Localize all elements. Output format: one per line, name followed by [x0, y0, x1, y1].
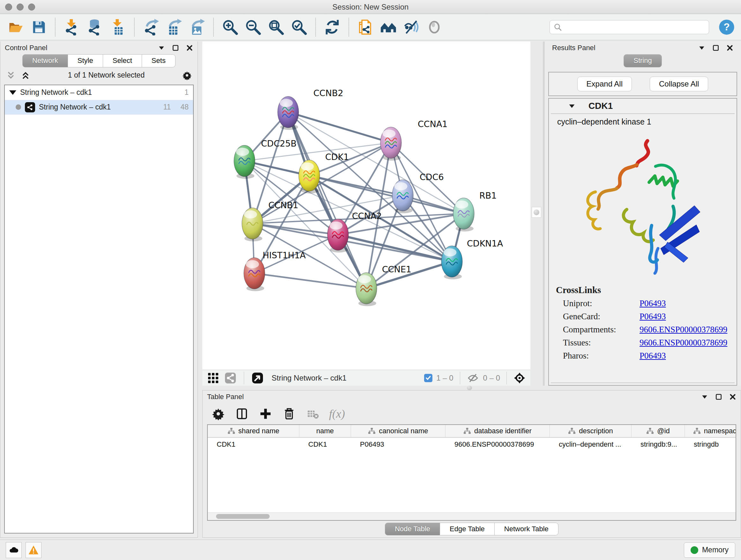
- table-cell[interactable]: CDK1: [208, 438, 299, 451]
- node-CCNB2[interactable]: CCNB2: [278, 88, 343, 130]
- search-box[interactable]: [549, 20, 709, 34]
- export-network-button[interactable]: [141, 17, 161, 37]
- panel-float-icon[interactable]: [712, 44, 719, 51]
- scrollbar-thumb[interactable]: [216, 514, 270, 519]
- hide-glasses-button[interactable]: [401, 17, 421, 37]
- network-view-canvas[interactable]: CCNB2CCNA1CDC25BCDK1CDC6RB1CCNB1CCNA2CDK…: [202, 42, 530, 370]
- zoom-selected-button[interactable]: [289, 17, 309, 37]
- string-homes-button[interactable]: [379, 17, 398, 37]
- help-button[interactable]: ?: [718, 18, 735, 36]
- table-horizontal-scrollbar[interactable]: [208, 512, 736, 520]
- table-cell[interactable]: P06493: [351, 438, 446, 451]
- panel-close-icon[interactable]: [186, 44, 193, 51]
- splitter-dot[interactable]: [467, 386, 472, 390]
- open-session-button[interactable]: [6, 17, 25, 37]
- collapse-all-icon[interactable]: [6, 71, 16, 80]
- crosslink-link[interactable]: P06493: [639, 351, 666, 361]
- expand-all-button[interactable]: Expand All: [577, 77, 632, 91]
- document-share-button[interactable]: [355, 17, 375, 37]
- import-table-button[interactable]: [108, 17, 128, 37]
- export-table-button[interactable]: [164, 17, 184, 37]
- splitter-handle[interactable]: [532, 207, 541, 218]
- crosslink-link[interactable]: P06493: [639, 312, 666, 321]
- search-input[interactable]: [564, 23, 705, 31]
- collapse-all-button[interactable]: Collapse All: [650, 77, 708, 91]
- warnings-button[interactable]: [25, 542, 42, 558]
- expand-all-icon[interactable]: [21, 71, 30, 80]
- import-database-button[interactable]: [85, 17, 105, 37]
- crosslink-link[interactable]: 9606.ENSP00000378699: [639, 338, 727, 348]
- tab-network[interactable]: Network: [22, 54, 68, 67]
- column-header-name[interactable]: name: [299, 425, 351, 437]
- node-CDC6[interactable]: CDC6: [392, 172, 444, 213]
- canvas-results-splitter[interactable]: [530, 42, 543, 386]
- node-CCNA1[interactable]: CCNA1: [381, 119, 448, 161]
- table-cell[interactable]: stringdb: [685, 438, 736, 451]
- tab-select[interactable]: Select: [103, 54, 142, 67]
- tab-edge-table[interactable]: Edge Table: [440, 523, 495, 536]
- zoom-fit-button[interactable]: [266, 17, 286, 37]
- show-eye-button[interactable]: [424, 17, 444, 37]
- column-header-namespace[interactable]: namespace: [685, 425, 736, 437]
- table-cell[interactable]: CDK1: [299, 438, 351, 451]
- column-header-canonical-name[interactable]: canonical name: [351, 425, 446, 437]
- delete-column-trash-icon[interactable]: [282, 407, 296, 421]
- panel-menu-icon[interactable]: [698, 44, 705, 51]
- network-collection-row[interactable]: String Network – cdk1 1: [5, 85, 193, 100]
- node-CCNE1[interactable]: CCNE1: [356, 264, 411, 306]
- zoom-out-button[interactable]: [243, 17, 263, 37]
- open-in-new-window-icon[interactable]: [251, 372, 264, 384]
- panel-close-icon[interactable]: [729, 393, 736, 400]
- crosslink-link[interactable]: 9606.ENSP00000378699: [639, 325, 727, 334]
- column-header-shared-name[interactable]: shared name: [208, 425, 299, 437]
- import-network-button[interactable]: [62, 17, 82, 37]
- node-CCNA2[interactable]: CCNA2: [327, 211, 382, 253]
- node-CDC25B[interactable]: CDC25B: [234, 138, 296, 179]
- node-HIST1H1A[interactable]: HIST1H1A: [244, 250, 306, 291]
- fit-selected-crosshair-icon[interactable]: [513, 372, 526, 384]
- tab-string[interactable]: String: [623, 54, 662, 67]
- refresh-layout-button[interactable]: [322, 17, 342, 37]
- tab-node-table[interactable]: Node Table: [385, 523, 440, 536]
- node-CDK1[interactable]: CDK1: [299, 152, 349, 193]
- panel-menu-icon[interactable]: [158, 44, 165, 51]
- export-image-button[interactable]: [187, 17, 207, 37]
- crosslink-link[interactable]: P06493: [639, 299, 666, 308]
- node-RB1[interactable]: RB1: [453, 191, 496, 232]
- tab-sets[interactable]: Sets: [142, 54, 176, 67]
- panel-float-icon[interactable]: [715, 393, 722, 400]
- column-header-database-identifier[interactable]: database identifier: [446, 425, 550, 437]
- cdk1-section-header[interactable]: CDK1: [549, 99, 737, 113]
- import-network-icon: [64, 19, 80, 36]
- node-CDKN1A[interactable]: CDKN1A: [441, 239, 503, 279]
- grid-view-icon[interactable]: [207, 372, 219, 384]
- panel-menu-icon[interactable]: [701, 393, 708, 400]
- canvas-table-splitter[interactable]: [198, 386, 741, 390]
- section-collapse-icon[interactable]: [568, 102, 576, 110]
- table-row[interactable]: CDK1CDK1P064939606.ENSP00000378699cyclin…: [208, 438, 736, 451]
- network-row[interactable]: String Network – cdk1 11 48: [5, 100, 193, 115]
- memory-button[interactable]: Memory: [684, 543, 735, 558]
- table-cell[interactable]: cyclin–dependent ...: [550, 438, 631, 451]
- network-share-view-icon[interactable]: [224, 372, 237, 384]
- table-cell[interactable]: 9606.ENSP00000378699: [446, 438, 550, 451]
- tab-style[interactable]: Style: [68, 54, 103, 67]
- column-header--id[interactable]: @id: [631, 425, 685, 437]
- panel-float-icon[interactable]: [172, 44, 179, 51]
- collection-expand-icon[interactable]: [9, 90, 16, 95]
- save-session-button[interactable]: [29, 17, 49, 37]
- add-column-icon[interactable]: [258, 407, 273, 421]
- show-columns-icon[interactable]: [234, 407, 249, 421]
- column-header-description[interactable]: description: [550, 425, 631, 437]
- panel-close-icon[interactable]: [726, 44, 733, 51]
- selected-indicator-checkbox[interactable]: [424, 374, 432, 382]
- node-label-CCNA2: CCNA2: [352, 211, 382, 221]
- tab-network-table[interactable]: Network Table: [495, 523, 558, 536]
- zoom-in-button[interactable]: [220, 17, 240, 37]
- column-tree-icon: [693, 428, 701, 435]
- node-CCNB1[interactable]: CCNB1: [242, 200, 298, 241]
- cloud-status-button[interactable]: [6, 542, 22, 558]
- network-options-gear-icon[interactable]: [182, 71, 192, 80]
- table-settings-gear-icon[interactable]: [211, 407, 226, 421]
- table-cell[interactable]: stringdb:9...: [631, 438, 685, 451]
